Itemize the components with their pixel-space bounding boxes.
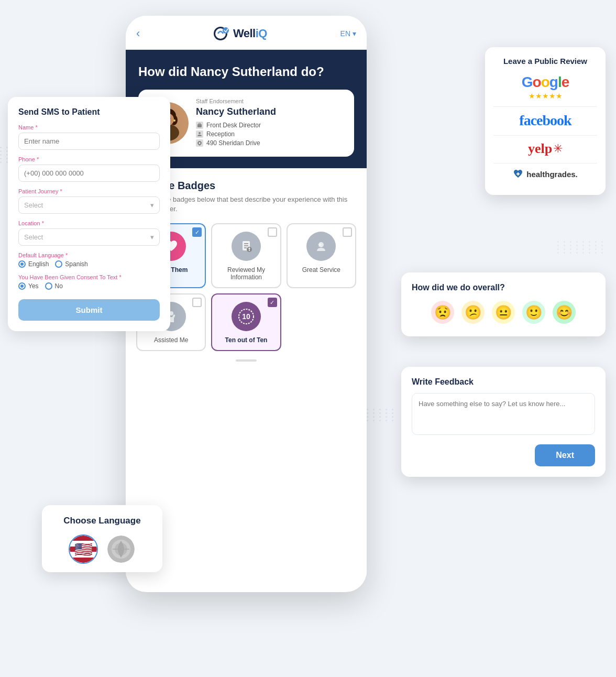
radio-english-dot: [18, 260, 26, 268]
journey-select[interactable]: Select ▾: [18, 196, 160, 214]
radio-yes-dot: [18, 282, 26, 290]
svg-point-16: [199, 132, 201, 134]
english-label: English: [28, 260, 49, 268]
logo-text: WelliQ: [233, 27, 267, 40]
phone-header: ‹ WelliQ EN ▾: [126, 16, 367, 50]
spanish-label: Spanish: [65, 260, 87, 268]
emoji-sad[interactable]: 😕: [461, 301, 485, 324]
yelp-logo: yelp ✳: [493, 141, 597, 157]
healthgrades-heart-icon: [513, 169, 523, 179]
lang-chevron-icon: ▾: [353, 29, 356, 38]
badge-great-service-label: Great Service: [293, 266, 350, 274]
badge-assisted-checkbox: [192, 298, 202, 307]
us-flag-option[interactable]: 🇺🇸: [69, 534, 98, 564]
us-flag-icon: 🇺🇸: [70, 536, 97, 563]
sms-card: Send SMS to Patient Name * Phone * Patie…: [8, 97, 170, 331]
feedback-card: Write Feedback Next: [401, 367, 606, 477]
hero-title: How did Nancy Sutherland do?: [138, 64, 354, 79]
divider-3: [493, 163, 597, 163]
healthgrades-platform[interactable]: healthgrades.: [493, 169, 597, 179]
other-flag-option[interactable]: [106, 534, 136, 564]
google-stars: ★★★★★: [493, 92, 597, 100]
consent-yes[interactable]: Yes: [18, 282, 39, 290]
phone-input[interactable]: [18, 165, 160, 182]
other-flag-icon: [107, 536, 135, 563]
phone-label: Phone *: [18, 156, 160, 162]
chevron-down-icon: ▾: [150, 201, 154, 209]
next-button[interactable]: Next: [535, 444, 595, 466]
great-service-icon: [306, 232, 336, 261]
staff-name: Nancy Sutherland: [196, 106, 346, 117]
location-label: Location *: [18, 220, 160, 226]
badge-reviewed-info[interactable]: Reviewed My Information: [211, 223, 281, 288]
divider-1: [493, 106, 597, 107]
name-label: Name *: [18, 124, 160, 130]
overall-rating-card: How did we do overall? 😟 😕 😐 🙂 😊: [401, 272, 606, 336]
radio-spanish-dot: [55, 260, 62, 268]
reviewed-icon: [232, 232, 261, 261]
ten-out-of-ten-icon: 10: [232, 302, 261, 331]
language-radio-group: English Spanish: [18, 260, 160, 268]
language-title: Choose Language: [50, 516, 154, 526]
emoji-very-happy[interactable]: 😊: [553, 301, 576, 324]
google-platform[interactable]: Google ★★★★★: [493, 74, 597, 100]
google-logo: Google ★★★★★: [493, 74, 597, 100]
badge-ten-checkbox: ✓: [268, 298, 277, 307]
staff-endorsement: Staff Endorsement: [196, 98, 346, 104]
badge-ten-label: Ten out of Ten: [217, 336, 274, 344]
yelp-platform[interactable]: yelp ✳: [493, 141, 597, 157]
language-selector[interactable]: EN ▾: [340, 29, 356, 38]
briefcase-icon: [196, 122, 203, 129]
facebook-logo: facebook: [519, 112, 571, 128]
svg-rect-14: [197, 124, 202, 127]
language-field-group: Default Language * English Spanish: [18, 252, 160, 268]
svg-point-2: [223, 27, 229, 34]
google-text: Google: [522, 74, 569, 90]
review-card: Leave a Public Review Google ★★★★★ faceb…: [485, 47, 606, 195]
staff-address: 490 Sheridan Drive: [196, 139, 346, 147]
svg-rect-15: [199, 123, 201, 124]
sms-card-title: Send SMS to Patient: [18, 107, 160, 117]
badge-love-them-checkbox: ✓: [192, 227, 202, 237]
back-arrow-icon[interactable]: ‹: [136, 27, 140, 40]
badge-assisted-label: Assisted Me: [142, 336, 200, 344]
yes-label: Yes: [28, 282, 39, 290]
journey-field-group: Patient Journey * Select ▾: [18, 188, 160, 214]
language-flags: 🇺🇸: [50, 534, 154, 564]
divider-2: [493, 135, 597, 136]
emoji-happy[interactable]: 🙂: [522, 301, 545, 324]
badge-great-service-checkbox: [343, 227, 352, 237]
name-field-group: Name *: [18, 124, 160, 150]
staff-role: Front Desk Director: [196, 122, 346, 129]
badge-reviewed-checkbox: [268, 227, 277, 237]
badge-great-service[interactable]: Great Service: [287, 223, 356, 288]
staff-department: Reception: [196, 130, 346, 138]
language-spanish[interactable]: Spanish: [55, 260, 87, 268]
logo-iq: iQ: [256, 27, 267, 40]
svg-text:10: 10: [242, 312, 250, 321]
facebook-platform[interactable]: facebook: [493, 112, 597, 129]
consent-no[interactable]: No: [45, 282, 63, 290]
phone-field-group: Phone *: [18, 156, 160, 182]
language-english[interactable]: English: [18, 260, 49, 268]
staff-card: Staff Endorsement Nancy Sutherland Front…: [138, 90, 354, 157]
consent-radio-group: Yes No: [18, 282, 160, 290]
name-input[interactable]: [18, 133, 160, 150]
radio-no-dot: [45, 282, 52, 290]
welliq-logo-icon: [213, 25, 230, 42]
journey-label: Patient Journey *: [18, 188, 160, 194]
emoji-very-sad[interactable]: 😟: [431, 301, 454, 324]
emoji-neutral[interactable]: 😐: [492, 301, 515, 324]
badge-ten-out-of-ten[interactable]: ✓ 10 Ten out of Ten: [211, 293, 281, 351]
feedback-title: Write Feedback: [412, 377, 595, 387]
svg-point-23: [248, 248, 250, 249]
feedback-textarea[interactable]: [412, 393, 595, 435]
language-label: Default Language *: [18, 252, 160, 258]
person-icon: [196, 130, 203, 138]
no-label: No: [55, 282, 63, 290]
svg-point-13: [173, 119, 175, 122]
submit-button[interactable]: Submit: [18, 299, 160, 321]
location-select[interactable]: Select ▾: [18, 228, 160, 246]
consent-label: You Have Been Given Consent To Text *: [18, 274, 160, 280]
svg-point-17: [199, 143, 201, 144]
